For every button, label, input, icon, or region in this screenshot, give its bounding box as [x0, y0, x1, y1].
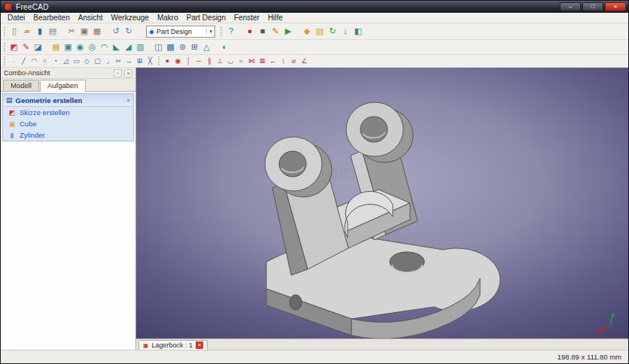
float-panel-icon[interactable]: ▫: [114, 69, 122, 77]
menu-werkzeuge[interactable]: Werkzeuge: [108, 14, 153, 22]
sketch-fillet-button[interactable]: ◞: [103, 56, 113, 66]
pocket-button[interactable]: ▣: [62, 41, 74, 53]
tab-modell[interactable]: Modell: [3, 80, 39, 91]
task-section-header[interactable]: ▤ Geometrie erstellen ×: [3, 94, 133, 107]
task-item-cube[interactable]: ▣Cube: [3, 118, 133, 129]
document-close-icon[interactable]: ×: [196, 341, 203, 349]
sketch-point-button[interactable]: ·: [8, 56, 18, 66]
constraint-parallel-button[interactable]: ∥: [205, 56, 214, 66]
print-button[interactable]: ▤: [47, 26, 59, 38]
macro-stop-button[interactable]: ■: [257, 26, 269, 38]
groove-button[interactable]: ◎: [87, 41, 98, 53]
sketch-external-button[interactable]: ⊞: [135, 56, 144, 66]
sketch-line-button[interactable]: ╱: [19, 56, 29, 66]
freecad-app-icon: [5, 3, 12, 11]
task-item-zylinder[interactable]: ▮Zylinder: [3, 129, 133, 141]
sketch-ellipse-button[interactable]: ◔: [50, 56, 60, 66]
toolbar-separator: [213, 42, 218, 53]
3d-model-canvas[interactable]: FILECR .com: [136, 68, 628, 338]
whats-this-help-button[interactable]: ?: [225, 26, 237, 38]
constraint-distance-x-button[interactable]: ↔: [268, 56, 278, 66]
constraint-radius-button[interactable]: ⌀: [289, 56, 299, 66]
constraint-symmetric-button[interactable]: ⋈: [247, 56, 257, 66]
boolean-operation-button[interactable]: ◐: [219, 41, 230, 53]
toolbar-group-sketch-geometry: ·╱◠○◔◿▭◇▢◞✂↔⊞╳: [2, 56, 155, 66]
close-panel-icon[interactable]: ×: [124, 69, 132, 77]
combo-view-title: Combo-Ansicht: [4, 69, 50, 77]
document-tab-lagerbock[interactable]: ▣ Lagerbock : 1 ×: [138, 340, 208, 350]
menu-ansicht[interactable]: Ansicht: [74, 14, 107, 22]
map-sketch-button[interactable]: ◪: [32, 41, 44, 53]
std-part-button[interactable]: ◆: [301, 26, 313, 38]
task-close-icon[interactable]: ×: [126, 97, 130, 104]
thickness-button[interactable]: ▥: [135, 41, 146, 53]
redo-button[interactable]: ↻: [123, 26, 135, 38]
tab-aufgaben[interactable]: Aufgaben: [40, 80, 86, 92]
linear-pattern-button[interactable]: ▩: [165, 41, 176, 53]
undo-button[interactable]: ↺: [110, 26, 122, 38]
close-button[interactable]: ×: [605, 2, 626, 11]
menu-bearbeiten[interactable]: Bearbeiten: [29, 14, 73, 22]
std-group-button[interactable]: ▧: [314, 26, 326, 38]
toggle-construction-button[interactable]: ╳: [145, 56, 155, 66]
multitransform-button[interactable]: △: [201, 41, 212, 53]
constraint-coincident-button[interactable]: ●: [163, 56, 172, 66]
constraint-angle-button[interactable]: ∠: [299, 56, 309, 66]
toolbar-group-sketch-constraints: ●◉│─∥⊥◡=⋈⊠↔↕⌀∠: [156, 56, 309, 66]
sketch-slot-button[interactable]: ▢: [93, 56, 102, 66]
pad-button[interactable]: ▦: [50, 41, 62, 53]
sketch-polyline-button[interactable]: ◿: [61, 56, 71, 66]
mirrored-button[interactable]: ◫: [153, 41, 164, 53]
minimize-button[interactable]: –: [560, 2, 581, 11]
workbench-selector[interactable]: ◆ Part Design ▾: [146, 26, 215, 38]
macro-play-button[interactable]: ▶: [282, 26, 294, 38]
maximize-button[interactable]: □: [582, 2, 603, 11]
3d-viewport[interactable]: FILECR .com: [136, 68, 628, 338]
constraint-equal-button[interactable]: =: [236, 56, 246, 66]
download-button[interactable]: ↓: [339, 26, 351, 38]
cut-button[interactable]: ✂: [65, 26, 77, 38]
scaled-button[interactable]: ⊞: [189, 41, 200, 53]
constraint-point-on-object-button[interactable]: ◉: [173, 56, 183, 66]
constraint-horizontal-button[interactable]: ─: [194, 56, 204, 66]
sketch-arc-button[interactable]: ◠: [29, 56, 39, 66]
menu-fenster[interactable]: Fenster: [230, 14, 263, 22]
save-file-button[interactable]: ▮: [34, 26, 46, 38]
edit-sketch-button[interactable]: ✎: [20, 41, 32, 53]
menu-datei[interactable]: Datei: [4, 14, 29, 22]
draft-button[interactable]: ◢: [123, 41, 134, 53]
menu-part-design[interactable]: Part Design: [183, 14, 229, 22]
refresh-button[interactable]: ↻: [327, 26, 339, 38]
new-file-button[interactable]: ▯: [8, 26, 20, 38]
copy-button[interactable]: ▣: [78, 26, 90, 38]
polar-pattern-button[interactable]: ⊛: [177, 41, 188, 53]
revolution-button[interactable]: ◉: [74, 41, 86, 53]
viewport-column: FILECR .com: [136, 68, 628, 350]
fillet-button[interactable]: ◠: [99, 41, 110, 53]
create-sketch-button[interactable]: ◩: [8, 41, 20, 53]
macro-record-button[interactable]: ●: [244, 26, 256, 38]
sketch-rectangle-button[interactable]: ▭: [71, 56, 81, 66]
sketch-circle-button[interactable]: ○: [40, 56, 50, 66]
toolbar-group-part-design: ◩✎◪▦▣◉◎◠◣◢▥◫▩⊛⊞△◐: [2, 41, 230, 53]
paste-button[interactable]: ▦: [91, 26, 103, 38]
3d-model[interactable]: [265, 102, 500, 338]
task-item-skizze-erstellen[interactable]: ◩Skizze erstellen: [3, 107, 133, 118]
open-file-button[interactable]: ▰: [21, 26, 33, 38]
constraint-block-button[interactable]: ⊠: [257, 56, 267, 66]
constraint-distance-y-button[interactable]: ↕: [278, 56, 288, 66]
freecad-window: FreeCAD – □ × DateiBearbeitenAnsichtWerk…: [0, 0, 629, 364]
macro-edit-button[interactable]: ✎: [269, 26, 281, 38]
statusbar: 198.89 x 111.80 mm: [1, 350, 628, 363]
appearance-button[interactable]: ◧: [352, 26, 364, 38]
constraint-tangent-button[interactable]: ◡: [226, 56, 235, 66]
menu-makro[interactable]: Makro: [153, 14, 182, 22]
menu-hilfe[interactable]: Hilfe: [264, 14, 287, 22]
constraint-vertical-button[interactable]: │: [184, 56, 193, 66]
sketch-trim-button[interactable]: ✂: [114, 56, 123, 66]
task-item-label: Zylinder: [20, 131, 45, 139]
sketch-polygon-button[interactable]: ◇: [82, 56, 92, 66]
chamfer-button[interactable]: ◣: [111, 41, 122, 53]
constraint-perpendicular-button[interactable]: ⊥: [215, 56, 225, 66]
sketch-extend-button[interactable]: ↔: [124, 56, 134, 66]
